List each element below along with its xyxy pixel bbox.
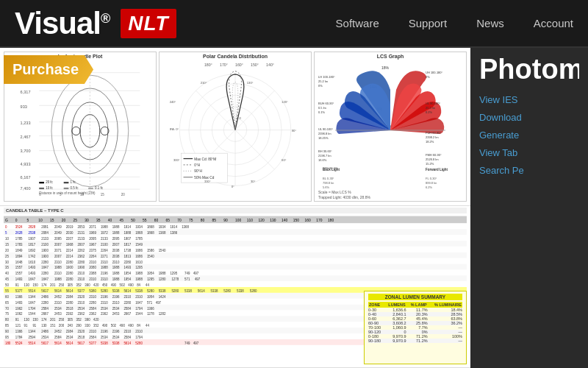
nav-news[interactable]: News	[476, 17, 504, 29]
svg-text:1817: 1817	[28, 243, 35, 247]
svg-text:0.2%: 0.2%	[426, 110, 433, 114]
svg-text:2030: 2030	[66, 231, 74, 235]
svg-text:497: 497	[156, 301, 162, 305]
svg-text:65: 65	[166, 219, 171, 222]
lumen-col-zone: ZONE	[368, 302, 384, 308]
svg-text:2667: 2667	[123, 312, 131, 316]
svg-text:2398.2 lm: 2398.2 lm	[426, 135, 439, 139]
svg-text:2100: 2100	[41, 243, 49, 247]
lumen-col-luminaire: % LUMINAIRE	[428, 302, 462, 308]
lumen-zone: 90-180	[368, 339, 384, 343]
svg-text:2534: 2534	[77, 307, 85, 311]
svg-text:20: 20	[62, 219, 66, 222]
svg-text:91: 91	[24, 324, 28, 328]
svg-text:2538: 2538	[28, 231, 35, 235]
svg-text:2280: 2280	[41, 301, 49, 305]
svg-text:2196: 2196	[112, 295, 120, 299]
svg-text:1900: 1900	[41, 255, 49, 258]
svg-text:2396.8 lm: 2396.8 lm	[318, 132, 331, 135]
svg-text:2310: 2310	[101, 261, 108, 264]
svg-text:1988: 1988	[112, 272, 120, 275]
svg-rect-35	[39, 188, 44, 189]
svg-text:2084: 2084	[41, 231, 49, 235]
svg-text:16.6%: 16.6%	[318, 158, 327, 162]
svg-text:5377: 5377	[89, 342, 96, 345]
svg-text:2038: 2038	[112, 255, 120, 258]
lumen-summary-title: ZONAL LUMEN SUMMARY	[368, 294, 462, 300]
photom-link-download[interactable]: Download	[479, 110, 579, 124]
svg-text:1817: 1817	[123, 243, 131, 247]
svg-text:150°: 150°	[251, 63, 259, 67]
photom-link-ies[interactable]: View IES	[479, 93, 579, 107]
photom-link-tab[interactable]: View Tab	[479, 146, 579, 160]
nav-account[interactable]: Account	[534, 17, 573, 29]
svg-text:130: 130	[24, 318, 30, 322]
svg-text:2280: 2280	[77, 261, 85, 264]
svg-text:60°: 60°	[282, 158, 287, 162]
svg-text:90°H: 90°H	[194, 169, 202, 173]
svg-text:25.2 lm: 25.2 lm	[318, 79, 329, 83]
svg-text:5338: 5338	[159, 289, 166, 293]
svg-text:1988: 1988	[135, 272, 143, 275]
svg-text:2667: 2667	[41, 312, 49, 316]
photom-link-search[interactable]: Search Pe	[479, 163, 579, 177]
svg-text:1493: 1493	[123, 266, 131, 269]
svg-text:5614: 5614	[123, 289, 131, 293]
svg-text:2534: 2534	[112, 336, 120, 339]
nav-support[interactable]: Support	[409, 17, 448, 29]
svg-text:899.8 lm: 899.8 lm	[426, 181, 437, 185]
svg-text:2133: 2133	[101, 237, 108, 241]
nav-software[interactable]: Software	[336, 17, 379, 29]
svg-text:2310: 2310	[54, 272, 62, 275]
svg-text:20: 20	[5, 249, 9, 252]
svg-text:BH 30-60°: BH 30-60°	[318, 149, 332, 153]
svg-text:1540: 1540	[147, 255, 154, 258]
lumen-val: 9,970.9	[384, 339, 406, 343]
svg-text:2310: 2310	[54, 261, 62, 264]
svg-text:1366: 1366	[15, 330, 23, 333]
svg-text:5280: 5280	[223, 289, 231, 293]
svg-text:0.1 fc: 0.1 fc	[95, 186, 104, 190]
svg-text:90°: 90°	[292, 129, 297, 132]
svg-text:1934: 1934	[159, 225, 166, 229]
logo-sup: ®	[101, 11, 110, 26]
svg-text:15: 15	[50, 219, 54, 222]
svg-text:0%: 0%	[426, 75, 430, 79]
svg-text:1,233: 1,233	[21, 121, 31, 125]
svg-text:18.2%: 18.2%	[426, 140, 434, 144]
svg-text:2095: 2095	[54, 237, 62, 241]
svg-text:5614: 5614	[123, 342, 131, 345]
candela-table-header: CANDELA TABLE – TYPE C	[4, 208, 467, 213]
svg-rect-296	[4, 281, 467, 287]
svg-text:4,933: 4,933	[21, 162, 31, 166]
svg-text:490: 490	[120, 324, 126, 328]
svg-text:2584: 2584	[41, 307, 49, 311]
svg-text:2007: 2007	[77, 243, 85, 247]
svg-text:2310: 2310	[89, 295, 96, 299]
svg-text:1647: 1647	[41, 266, 49, 269]
svg-text:290: 290	[76, 324, 82, 328]
svg-text:40: 40	[5, 272, 9, 275]
svg-text:2362: 2362	[77, 312, 85, 316]
svg-text:5338: 5338	[211, 289, 218, 293]
svg-text:1366: 1366	[147, 307, 154, 311]
svg-text:2049: 2049	[54, 231, 62, 235]
svg-text:20: 20	[121, 193, 125, 196]
svg-rect-31	[39, 182, 44, 183]
purchase-button[interactable]: Purchase	[4, 55, 93, 84]
svg-text:1424: 1424	[159, 295, 166, 299]
svg-text:7,400: 7,400	[21, 186, 31, 191]
svg-text:250: 250	[59, 283, 65, 287]
svg-text:2,467: 2,467	[21, 135, 31, 139]
svg-text:45: 45	[120, 219, 124, 222]
svg-text:2452: 2452	[54, 330, 62, 333]
svg-text:5377: 5377	[15, 289, 23, 293]
svg-text:IFA: 0°: IFA: 0°	[170, 127, 179, 131]
svg-text:FL 0-30°: FL 0-30°	[426, 177, 437, 180]
svg-text:798.8 lm: 798.8 lm	[323, 181, 334, 185]
svg-text:1278: 1278	[171, 277, 179, 281]
svg-text:1386: 1386	[170, 231, 177, 235]
photom-link-generate[interactable]: Generate	[479, 128, 579, 142]
svg-text:2362: 2362	[77, 255, 85, 258]
main-nav: Software Support News Account	[336, 17, 573, 29]
